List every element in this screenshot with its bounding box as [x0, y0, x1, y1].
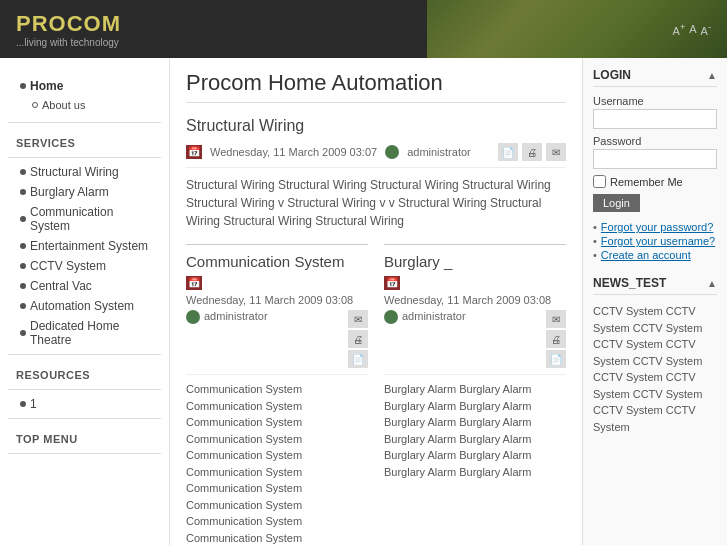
- sidebar-item-about[interactable]: About us: [0, 96, 169, 114]
- remember-me-checkbox[interactable]: [593, 175, 606, 188]
- print-button3[interactable]: 🖨: [546, 330, 566, 348]
- font-size-controls: A+ A A-: [673, 22, 711, 37]
- user-icon2: [186, 310, 200, 324]
- bullet-icon: [20, 169, 26, 175]
- logo-tagline: ...living with technology: [16, 37, 121, 48]
- article2-date: Wednesday, 11 March 2009 03:08: [186, 294, 353, 306]
- sidebar: Home About us SERVICES Structural Wiring…: [0, 58, 170, 545]
- sidebar-divider3: [8, 354, 161, 355]
- right-sidebar: LOGIN ▲ Username Password Remember Me Lo…: [582, 58, 727, 545]
- calendar-icon: 📅: [186, 145, 202, 159]
- forgot-password-item: Forgot your password?: [593, 220, 717, 234]
- article1-date: Wednesday, 11 March 2009 03:07: [210, 146, 377, 158]
- services-title: SERVICES: [0, 127, 169, 153]
- sidebar-item-automation-system[interactable]: Automation System: [0, 296, 169, 316]
- remember-me-label: Remember Me: [610, 176, 683, 188]
- bullet-icon: [20, 189, 26, 195]
- article1-icons: 📄 🖨 ✉: [498, 143, 566, 161]
- header: PROCOM ...living with technology A+ A A-: [0, 0, 727, 58]
- logo-title: PROCOM: [16, 11, 121, 37]
- logo: PROCOM ...living with technology: [16, 11, 121, 48]
- bullet-icon: [20, 283, 26, 289]
- news-collapse-icon[interactable]: ▲: [707, 278, 717, 289]
- article3-meta: 📅 Wednesday, 11 March 2009 03:08 adminis…: [384, 276, 566, 375]
- bullet-icon: [20, 303, 26, 309]
- article-burglary-alarm: Burglary _ 📅 Wednesday, 11 March 2009 03…: [384, 244, 566, 545]
- bullet-icon: [20, 216, 26, 222]
- create-account-item: Create an account: [593, 248, 717, 262]
- sidebar-item-resource-1[interactable]: 1: [0, 394, 169, 414]
- article1-meta: 📅 Wednesday, 11 March 2009 03:07 adminis…: [186, 143, 566, 168]
- login-title: LOGIN ▲: [593, 68, 717, 87]
- password-input[interactable]: [593, 149, 717, 169]
- article1-body: Structural Wiring Structural Wiring Stru…: [186, 176, 566, 230]
- sidebar-item-central-vac[interactable]: Central Vac: [0, 276, 169, 296]
- email-button2[interactable]: ✉: [348, 310, 368, 328]
- main-content: Procom Home Automation Structural Wiring…: [170, 58, 582, 545]
- sidebar-item-home[interactable]: Home: [0, 76, 169, 96]
- article1-title: Structural Wiring: [186, 117, 566, 135]
- pdf-button[interactable]: 📄: [498, 143, 518, 161]
- article2-body: Communication System Communication Syste…: [186, 381, 368, 545]
- forgot-username-link[interactable]: Forgot your username?: [601, 235, 715, 247]
- two-col-articles: Communication System 📅 Wednesday, 11 Mar…: [186, 244, 566, 545]
- create-account-link[interactable]: Create an account: [601, 249, 691, 261]
- calendar-icon2: 📅: [186, 276, 202, 290]
- sidebar-item-structural-wiring[interactable]: Structural Wiring: [0, 162, 169, 182]
- article3-author: administrator: [402, 310, 466, 322]
- top-menu-title: TOP MENU: [0, 423, 169, 449]
- email-button3[interactable]: ✉: [546, 310, 566, 328]
- bullet-icon: [20, 263, 26, 269]
- article2-icons: ✉ 🖨 📄: [348, 310, 368, 368]
- forgot-password-link[interactable]: Forgot your password?: [601, 221, 714, 233]
- bullet-icon: [20, 401, 26, 407]
- sidebar-item-dedicated-home-theatre[interactable]: Dedicated Home Theatre: [0, 316, 169, 350]
- sidebar-item-burglary-alarm[interactable]: Burglary Alarm: [0, 182, 169, 202]
- page-title: Procom Home Automation: [186, 70, 566, 103]
- bullet-icon: [20, 83, 26, 89]
- article-communication-system: Communication System 📅 Wednesday, 11 Mar…: [186, 244, 368, 545]
- sidebar-divider5: [8, 418, 161, 419]
- user-icon3: [384, 310, 398, 324]
- font-decrease[interactable]: A-: [701, 22, 711, 37]
- sidebar-divider2: [8, 157, 161, 158]
- calendar-icon3: 📅: [384, 276, 400, 290]
- article2-author: administrator: [204, 310, 268, 322]
- layout: Home About us SERVICES Structural Wiring…: [0, 58, 727, 545]
- bullet-hollow-icon: [32, 102, 38, 108]
- bullet-icon: [20, 243, 26, 249]
- remember-me-row: Remember Me: [593, 175, 717, 188]
- news-title: NEWS_TEST ▲: [593, 276, 717, 295]
- bullet-icon: [20, 330, 26, 336]
- pdf-button3[interactable]: 📄: [546, 350, 566, 368]
- article3-date: Wednesday, 11 March 2009 03:08: [384, 294, 551, 306]
- login-section: LOGIN ▲ Username Password Remember Me Lo…: [593, 68, 717, 262]
- print-button[interactable]: 🖨: [522, 143, 542, 161]
- sidebar-item-entertainment-system[interactable]: Entertainment System: [0, 236, 169, 256]
- article3-body: Burglary Alarm Burglary Alarm Burglary A…: [384, 381, 566, 480]
- username-label: Username: [593, 95, 717, 107]
- sidebar-item-communication-system[interactable]: Communication System: [0, 202, 169, 236]
- article1-author: administrator: [407, 146, 471, 158]
- sidebar-divider: [8, 122, 161, 123]
- sidebar-item-cctv-system[interactable]: CCTV System: [0, 256, 169, 276]
- sidebar-divider4: [8, 389, 161, 390]
- login-button[interactable]: Login: [593, 194, 640, 212]
- article3-title: Burglary _: [384, 245, 566, 276]
- article-structural-wiring: Structural Wiring 📅 Wednesday, 11 March …: [186, 117, 566, 230]
- forgot-username-item: Forgot your username?: [593, 234, 717, 248]
- print-button2[interactable]: 🖨: [348, 330, 368, 348]
- sidebar-divider6: [8, 453, 161, 454]
- pdf-button2[interactable]: 📄: [348, 350, 368, 368]
- article2-meta: 📅 Wednesday, 11 March 2009 03:08 adminis…: [186, 276, 368, 375]
- email-button[interactable]: ✉: [546, 143, 566, 161]
- login-collapse-icon[interactable]: ▲: [707, 70, 717, 81]
- article2-title: Communication System: [186, 245, 368, 276]
- resources-title: RESOURCES: [0, 359, 169, 385]
- user-icon: [385, 145, 399, 159]
- username-input[interactable]: [593, 109, 717, 129]
- font-normal[interactable]: A: [689, 23, 696, 35]
- news-body: CCTV System CCTV System CCTV System CCTV…: [593, 303, 717, 435]
- login-links: Forgot your password? Forgot your userna…: [593, 220, 717, 262]
- font-increase[interactable]: A+: [673, 22, 686, 37]
